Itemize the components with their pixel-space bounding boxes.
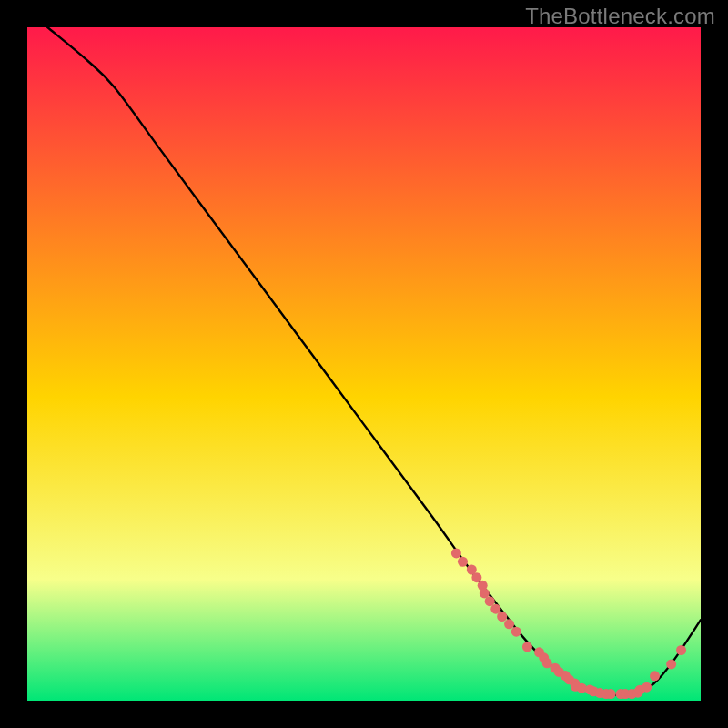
curve-dot (606, 689, 616, 699)
curve-dot (676, 645, 686, 655)
plot-background (27, 27, 701, 701)
curve-dot (458, 557, 468, 567)
chart-stage: TheBottleneck.com (0, 0, 728, 728)
curve-dot (504, 619, 514, 629)
curve-dot (642, 682, 652, 693)
bottleneck-chart (0, 0, 728, 728)
curve-dot (522, 642, 532, 652)
curve-dot (666, 659, 676, 669)
curve-dot (497, 612, 507, 622)
curve-dot (511, 627, 521, 637)
curve-dot (650, 671, 660, 681)
curve-dot (451, 548, 461, 558)
